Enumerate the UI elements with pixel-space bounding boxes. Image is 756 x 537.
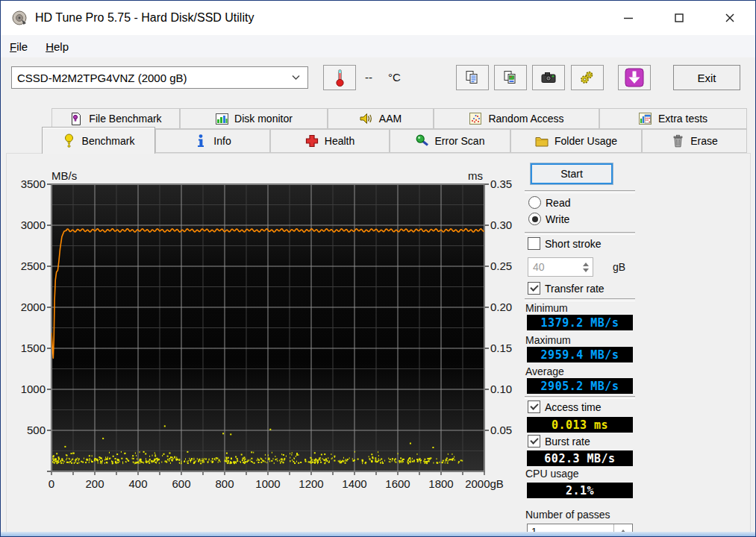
x-tick-label: 2000gB [465, 477, 504, 490]
toolbar: CSSD-M2M2TPG4VNZ (2000 gB) -- °C [1, 57, 755, 108]
cpu-usage-label: CPU usage [525, 468, 579, 480]
drive-selector[interactable]: CSSD-M2M2TPG4VNZ (2000 gB) [11, 66, 308, 89]
y-left-tick-label: 1500 [1, 342, 46, 354]
y-left-tick-label: 3500 [1, 178, 46, 190]
menu-file[interactable]: File [1, 37, 37, 56]
y-right-axis-unit: ms [449, 169, 483, 182]
temperature-value: -- [365, 71, 372, 84]
y-right-tick-label: 0.10 [490, 383, 512, 395]
maximum-value-display: 2959.4 MB/s [527, 347, 633, 362]
minimize-button[interactable] [603, 1, 654, 35]
menu-help[interactable]: Help [37, 37, 78, 56]
disk-monitor-icon [215, 112, 228, 125]
x-tick-label: 800 [215, 477, 234, 490]
access-time-label: Access time [545, 401, 601, 413]
tab-row-secondary: File Benchmark Disk monitor AAM Random A… [51, 108, 747, 129]
window-controls [603, 1, 755, 35]
tab-label: File Benchmark [89, 113, 161, 125]
update-download-icon [625, 68, 644, 87]
short-stroke-label: Short stroke [545, 238, 601, 250]
window-title: HD Tune Pro 5.75 - Hard Disk/SSD Utility [35, 11, 254, 25]
access-time-checkbox[interactable]: Access time [528, 401, 601, 413]
read-label: Read [546, 197, 570, 209]
app-icon [11, 10, 28, 26]
y-left-tick-label: 3000 [1, 219, 46, 231]
tab-label: Extra tests [658, 113, 707, 125]
tab-file-benchmark[interactable]: File Benchmark [51, 108, 180, 129]
y-left-tick-label: 1000 [1, 383, 46, 395]
x-tick-label: 1000 [255, 477, 280, 490]
menu-bar: File Help [1, 35, 755, 57]
tab-random-access[interactable]: Random Access [434, 108, 599, 129]
exit-button[interactable]: Exit [673, 65, 740, 90]
tab-label: Error Scan [435, 135, 485, 147]
tab-error-scan[interactable]: Error Scan [390, 129, 510, 153]
y-right-tick-label: 0.05 [490, 424, 512, 436]
tab-health[interactable]: Health [270, 129, 390, 153]
tab-erase[interactable]: Erase [642, 129, 747, 153]
checkbox-icon [528, 237, 540, 250]
transfer-rate-checkbox[interactable]: Transfer rate [528, 282, 605, 295]
y-right-tick-label: 0.20 [490, 301, 512, 313]
write-radio[interactable]: Write [528, 213, 569, 225]
capacity-stepper[interactable]: 40 [528, 257, 593, 277]
update-button[interactable] [618, 65, 651, 90]
capacity-value: 40 [528, 261, 579, 273]
y-left-tick-label: 500 [1, 424, 46, 436]
short-stroke-checkbox[interactable]: Short stroke [528, 237, 601, 250]
burst-rate-label: Burst rate [545, 436, 590, 448]
y-left-tick-label: 2500 [1, 260, 46, 272]
erase-trash-icon [671, 134, 684, 148]
app-window: HD Tune Pro 5.75 - Hard Disk/SSD Utility… [0, 0, 756, 537]
camera-icon [541, 71, 556, 84]
thermometer-icon [333, 68, 346, 87]
tab-disk-monitor[interactable]: Disk monitor [180, 108, 328, 129]
screenshot-button[interactable] [532, 65, 565, 90]
stepper-arrows[interactable] [579, 258, 593, 276]
tab-folder-usage[interactable]: Folder Usage [510, 129, 642, 153]
y-right-tick-label: 0.25 [490, 260, 512, 272]
tab-label: Erase [690, 135, 718, 147]
passes-label: Number of passes [525, 509, 610, 521]
maximize-button[interactable] [654, 1, 705, 35]
checkbox-checked-icon [528, 282, 540, 295]
tab-info[interactable]: Info [155, 129, 270, 153]
separator [525, 190, 635, 193]
temperature-button[interactable] [323, 65, 356, 90]
settings-icon [580, 70, 595, 85]
x-tick-label: 1400 [342, 477, 366, 490]
start-button[interactable]: Start [531, 163, 613, 184]
transfer-rate-label: Transfer rate [545, 283, 605, 295]
tab-label: Health [325, 135, 354, 147]
average-label: Average [525, 365, 564, 377]
close-icon [724, 12, 736, 24]
copy-text-button[interactable] [456, 65, 489, 90]
aam-speaker-icon [360, 112, 373, 125]
maximum-label: Maximum [525, 334, 571, 346]
read-radio[interactable]: Read [528, 196, 570, 209]
x-tick-label: 200 [85, 477, 104, 490]
tab-benchmark[interactable]: Benchmark [42, 127, 155, 154]
write-label: Write [546, 213, 569, 225]
folder-usage-icon [535, 134, 549, 148]
settings-button[interactable] [571, 65, 604, 90]
drive-selector-value: CSSD-M2M2TPG4VNZ (2000 gB) [12, 72, 292, 84]
extra-tests-icon [639, 112, 652, 125]
x-tick-label: 1800 [428, 477, 453, 490]
x-tick-label: 600 [172, 477, 190, 490]
copy-text-icon [465, 70, 480, 85]
minimum-value-display: 1379.2 MB/s [527, 315, 633, 330]
burst-rate-checkbox[interactable]: Burst rate [528, 435, 590, 448]
checkbox-checked-icon [528, 401, 540, 413]
separator [525, 298, 635, 301]
tab-aam[interactable]: AAM [328, 108, 434, 129]
x-tick-label: 400 [128, 477, 147, 490]
y-right-tick-label: 0.35 [490, 178, 512, 190]
chevron-down-icon [292, 75, 300, 81]
tab-label: Folder Usage [554, 135, 617, 147]
close-button[interactable] [705, 1, 755, 35]
arrow-up-icon [583, 263, 589, 266]
temperature-unit: °C [388, 71, 401, 84]
tab-extra-tests[interactable]: Extra tests [599, 108, 747, 129]
copy-image-button[interactable] [494, 65, 527, 90]
